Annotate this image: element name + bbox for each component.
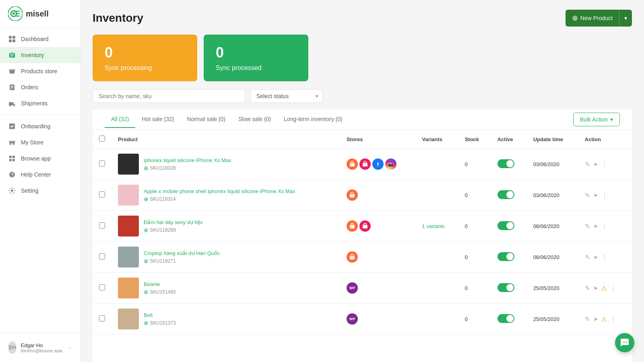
my-store-icon xyxy=(8,138,16,146)
sidebar: misell Dashboard Inventory Products stor… xyxy=(0,0,80,362)
product-name[interactable]: Apple x mobile phone shell iphonex liqui… xyxy=(144,188,295,194)
logout-icon[interactable]: → xyxy=(66,344,72,351)
row-checkbox[interactable] xyxy=(99,284,105,290)
row-checkbox[interactable] xyxy=(99,315,105,321)
row-checkbox[interactable] xyxy=(99,253,105,259)
store-badge-shoppe[interactable] xyxy=(347,158,358,170)
action-icons: ✎ ➤ ⋮ xyxy=(585,222,625,230)
svg-point-37 xyxy=(624,342,625,343)
share-icon[interactable]: ➤ xyxy=(593,192,598,198)
more-icon[interactable]: ⋮ xyxy=(601,160,608,168)
chat-button[interactable] xyxy=(615,333,634,352)
store-badge-woo[interactable]: WP xyxy=(347,313,358,325)
new-product-button[interactable]: ⊕ New Product ▾ xyxy=(566,10,632,27)
store-badge-shoppe[interactable] xyxy=(347,189,358,201)
store-badge-shoppe[interactable] xyxy=(347,251,358,263)
active-toggle[interactable] xyxy=(497,221,514,230)
share-icon[interactable]: ➤ xyxy=(593,316,598,322)
warning-icon[interactable]: ⚠ xyxy=(601,284,607,292)
active-toggle[interactable] xyxy=(497,190,514,199)
tab-normal-sale[interactable]: Normal sale (0) xyxy=(181,111,232,128)
svg-rect-35 xyxy=(350,256,355,259)
sidebar-item-onboarding[interactable]: Onboarding xyxy=(0,118,80,134)
store-badge-shoppe[interactable] xyxy=(347,220,358,232)
sidebar-item-my-store[interactable]: My Store xyxy=(0,134,80,150)
svg-rect-24 xyxy=(12,156,15,158)
table-row: Croptop hàng xuất dư Hàn Quốc ⊕ SKU11827… xyxy=(93,242,632,273)
product-name[interactable]: Belt xyxy=(144,312,176,318)
edit-icon[interactable]: ✎ xyxy=(585,191,590,199)
stock-value: 0 xyxy=(458,211,491,242)
tab-long-term[interactable]: Long-term inventory (0) xyxy=(277,111,349,128)
product-sku: ⊕ SKU151373 xyxy=(144,320,176,326)
store-badge-facebook[interactable]: f xyxy=(372,158,384,170)
logo[interactable]: misell xyxy=(0,0,80,28)
share-icon[interactable]: ➤ xyxy=(593,254,598,260)
product-name[interactable]: Beanie xyxy=(144,281,176,287)
svg-rect-25 xyxy=(9,159,12,161)
bulk-action-chevron-icon: ▾ xyxy=(610,116,613,123)
row-checkbox[interactable] xyxy=(99,160,105,167)
sidebar-item-orders[interactable]: Orders xyxy=(0,79,80,95)
more-icon[interactable]: ⋮ xyxy=(610,315,617,323)
shipments-icon xyxy=(8,99,16,107)
tab-slow-sale[interactable]: Slow sale (0) xyxy=(232,111,277,128)
sidebar-item-browse-app[interactable]: Browse app xyxy=(0,150,80,167)
table-row: Beanie ⊕ SKU151495 WP025/05/2020 ✎ ➤ ⚠ ⋮ xyxy=(93,273,632,304)
product-table-container: Product Stores Variants Stock Active Upd… xyxy=(93,130,632,362)
product-cell: Beanie ⊕ SKU151495 xyxy=(118,278,334,298)
select-all-checkbox[interactable] xyxy=(99,136,105,142)
store-badge-sendo[interactable] xyxy=(359,220,371,232)
sidebar-item-help-center[interactable]: ? Help Center xyxy=(0,167,80,183)
more-icon[interactable]: ⋮ xyxy=(601,253,608,261)
more-icon[interactable]: ⋮ xyxy=(610,284,617,292)
warning-icon[interactable]: ⚠ xyxy=(601,315,607,323)
share-icon[interactable]: ➤ xyxy=(593,161,598,167)
tab-hot-sale[interactable]: Hot sale (32) xyxy=(135,111,180,128)
more-icon[interactable]: ⋮ xyxy=(601,191,608,199)
row-checkbox[interactable] xyxy=(99,191,105,197)
search-input[interactable] xyxy=(93,89,246,103)
user-section[interactable]: EH Edgar Ho thinhhn@boxme.asia → xyxy=(0,336,80,359)
product-name[interactable]: Croptop hàng xuất dư Hàn Quốc xyxy=(144,250,220,256)
stat-card-sync-processed[interactable]: 0 Sync processed xyxy=(204,35,308,81)
product-name[interactable]: iphonex liquid silicone iPhone Xs Max xyxy=(144,157,231,163)
logo-text: misell xyxy=(26,9,49,19)
active-toggle[interactable] xyxy=(497,252,514,261)
store-badge-sendo[interactable] xyxy=(359,158,371,170)
share-icon[interactable]: ➤ xyxy=(593,223,598,229)
share-icon[interactable]: ➤ xyxy=(593,285,598,291)
sidebar-item-shipments[interactable]: Shipments xyxy=(0,95,80,111)
status-select[interactable]: Select status Active Inactive xyxy=(250,89,323,103)
sidebar-item-products-store[interactable]: Products store xyxy=(0,63,80,79)
main-content: Inventory ⊕ New Product ▾ 0 Sync process… xyxy=(80,0,644,362)
edit-icon[interactable]: ✎ xyxy=(585,284,590,292)
row-checkbox[interactable] xyxy=(99,222,105,228)
more-icon[interactable]: ⋮ xyxy=(601,222,608,230)
active-toggle[interactable] xyxy=(497,159,514,168)
edit-icon[interactable]: ✎ xyxy=(585,222,590,230)
edit-icon[interactable]: ✎ xyxy=(585,315,590,323)
stat-card-sync-processing[interactable]: 0 Sync processing xyxy=(93,35,197,81)
svg-rect-11 xyxy=(11,52,13,54)
stock-value: 0 xyxy=(458,273,491,304)
variants-link[interactable]: 1 variants xyxy=(422,223,444,229)
sidebar-item-inventory[interactable]: Inventory xyxy=(0,47,80,63)
active-toggle[interactable] xyxy=(497,283,514,292)
new-product-arrow[interactable]: ▾ xyxy=(619,11,632,25)
sidebar-item-setting[interactable]: Setting xyxy=(0,183,80,199)
edit-icon[interactable]: ✎ xyxy=(585,253,590,261)
sidebar-item-label-setting: Setting xyxy=(21,187,39,194)
store-badge-woo[interactable]: WP xyxy=(347,282,358,294)
product-info: iphonex liquid silicone iPhone Xs Max ⊕ … xyxy=(144,157,231,171)
table-row: iphonex liquid silicone iPhone Xs Max ⊕ … xyxy=(93,149,632,180)
store-badge-instagram[interactable]: 📷 xyxy=(385,158,396,170)
bulk-action-button[interactable]: Bulk Action ▾ xyxy=(573,113,620,126)
tab-all[interactable]: All (32) xyxy=(105,111,135,128)
active-toggle[interactable] xyxy=(497,314,514,323)
filters-row: Select status Active Inactive ▾ xyxy=(93,89,632,103)
edit-icon[interactable]: ✎ xyxy=(585,160,590,168)
sidebar-item-dashboard[interactable]: Dashboard xyxy=(0,31,80,47)
product-name[interactable]: Đầm hai dây sexy dự tiệc xyxy=(144,219,203,225)
product-thumbnail xyxy=(118,309,139,329)
